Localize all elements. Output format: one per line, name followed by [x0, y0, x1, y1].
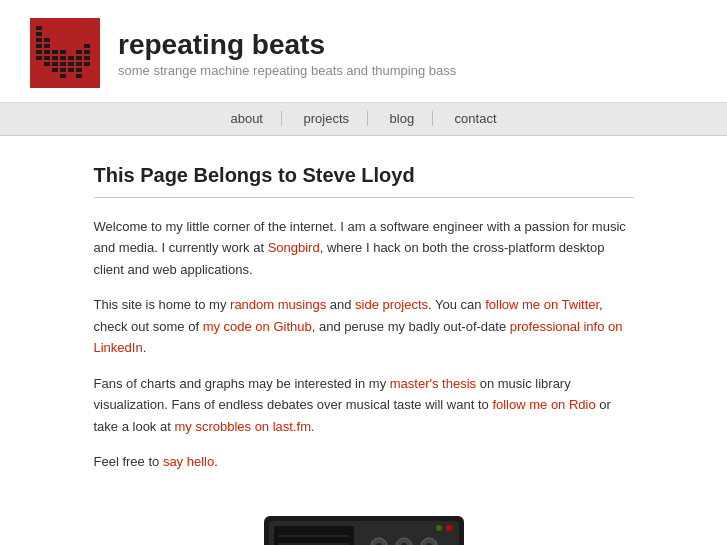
- nav-contact[interactable]: contact: [437, 111, 515, 126]
- svg-rect-6: [36, 26, 42, 30]
- svg-rect-28: [76, 50, 82, 54]
- footer-image-area: [94, 486, 634, 545]
- rdio-link[interactable]: follow me on Rdio: [492, 397, 595, 412]
- svg-rect-9: [44, 50, 50, 54]
- svg-rect-4: [36, 38, 42, 42]
- svg-rect-35: [274, 526, 354, 545]
- twitter-link[interactable]: follow me on Twitter: [485, 297, 599, 312]
- svg-point-52: [436, 525, 442, 531]
- nav-projects[interactable]: projects: [286, 111, 369, 126]
- svg-rect-1: [36, 56, 42, 60]
- svg-rect-15: [52, 50, 58, 54]
- svg-rect-24: [76, 74, 82, 78]
- device-illustration: [254, 486, 474, 545]
- intro-paragraph: Welcome to my little corner of the inter…: [94, 216, 634, 280]
- site-title: repeating beats: [118, 29, 456, 61]
- svg-rect-30: [84, 56, 90, 60]
- side-projects-link[interactable]: side projects: [355, 297, 428, 312]
- svg-rect-29: [84, 62, 90, 66]
- svg-rect-17: [60, 68, 66, 72]
- songbird-link[interactable]: Songbird: [268, 240, 320, 255]
- svg-rect-27: [76, 56, 82, 60]
- page-title: This Page Belongs to Steve Lloyd: [94, 164, 634, 187]
- svg-rect-12: [52, 68, 58, 72]
- svg-rect-5: [36, 32, 42, 36]
- svg-rect-32: [84, 44, 90, 48]
- svg-rect-10: [44, 44, 50, 48]
- title-divider: [94, 197, 634, 198]
- github-link[interactable]: my code on Github: [203, 319, 312, 334]
- svg-rect-25: [76, 68, 82, 72]
- svg-rect-2: [36, 50, 42, 54]
- svg-rect-8: [44, 56, 50, 60]
- svg-rect-13: [52, 62, 58, 66]
- main-content: This Page Belongs to Steve Lloyd Welcome…: [74, 136, 654, 545]
- linkedin-link[interactable]: professional info on LinkedIn: [94, 319, 623, 355]
- nav-about[interactable]: about: [212, 111, 282, 126]
- main-nav: about projects blog contact: [0, 103, 727, 136]
- thesis-link[interactable]: master's thesis: [390, 376, 476, 391]
- svg-rect-14: [52, 56, 58, 60]
- svg-rect-19: [60, 56, 66, 60]
- hello-paragraph: Feel free to say hello.: [94, 451, 634, 472]
- random-musings-link[interactable]: random musings: [230, 297, 326, 312]
- nav-blog[interactable]: blog: [372, 111, 434, 126]
- svg-rect-18: [60, 62, 66, 66]
- svg-rect-22: [68, 62, 74, 66]
- site-header: repeating beats some strange machine rep…: [0, 0, 727, 103]
- say-hello-link[interactable]: say hello: [163, 454, 214, 469]
- links-paragraph: This site is home to my random musings a…: [94, 294, 634, 358]
- svg-point-51: [446, 525, 452, 531]
- header-text: repeating beats some strange machine rep…: [118, 29, 456, 78]
- site-tagline: some strange machine repeating beats and…: [118, 63, 456, 78]
- thesis-paragraph: Fans of charts and graphs may be interes…: [94, 373, 634, 437]
- svg-rect-3: [36, 44, 42, 48]
- svg-rect-31: [84, 50, 90, 54]
- svg-rect-16: [60, 74, 66, 78]
- site-logo: [30, 18, 100, 88]
- svg-rect-21: [68, 68, 74, 72]
- lastfm-link[interactable]: my scrobbles on last.fm: [174, 419, 311, 434]
- svg-rect-26: [76, 62, 82, 66]
- svg-rect-23: [68, 56, 74, 60]
- svg-rect-7: [44, 62, 50, 66]
- svg-rect-11: [44, 38, 50, 42]
- svg-rect-20: [60, 50, 66, 54]
